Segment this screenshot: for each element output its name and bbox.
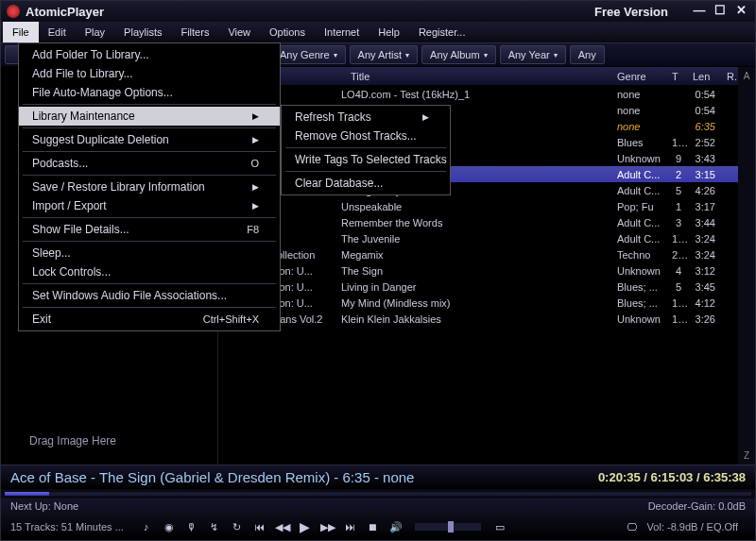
menu-file[interactable]: File [3,22,39,42]
alpha-scrollbar[interactable]: A Z [738,67,755,465]
menu-item[interactable]: Remove Ghost Tracks... [282,127,450,145]
app-window: AtomicPlayer Free Version — ☐ ✕ File Edi… [0,0,756,541]
filter-year[interactable]: Any Year▾ [500,45,566,64]
repeat-icon[interactable]: ↻ [230,519,245,534]
filter-artist[interactable]: Any Artist▾ [350,45,418,64]
col-rating[interactable]: R... [721,71,738,82]
volume-icon[interactable]: 🔊 [388,519,404,534]
menu-item[interactable]: File Auto-Manage Options... [19,83,280,102]
col-track[interactable]: T [666,71,687,82]
table-row[interactable]: Da CapoRemember the WordsAdult C...33:44 [218,214,738,230]
submenu-arrow-icon: ▶ [252,201,259,211]
menu-item[interactable]: Library Maintenance▶ [19,107,280,126]
monitor-icon[interactable]: 🖵 [625,519,640,534]
close-button[interactable]: ✕ [732,5,749,18]
submenu-arrow-icon: ▶ [252,182,259,192]
volume-status: Vol: -8.9dB / EQ.Off [647,521,746,533]
play-button[interactable]: ▶ [298,519,313,534]
menu-internet[interactable]: Internet [315,22,369,42]
file-menu-popup: Add Folder To Library...Add File to Libr… [18,42,281,331]
menu-item[interactable]: Podcasts...O [19,154,280,173]
app-icon [7,5,20,18]
stop-button[interactable]: ⏹ [366,519,381,534]
menu-item[interactable]: Import / Export▶ [19,196,280,215]
now-playing-text: Ace of Base - The Sign (Gabriel & Dresde… [10,469,414,485]
next-up-label: Next Up: None [10,500,78,512]
volume-slider[interactable] [415,523,481,531]
submenu-arrow-icon: ▶ [422,112,429,122]
next-button[interactable]: ⏭ [343,519,358,534]
mic-icon[interactable]: 🎙 [184,519,199,534]
version-label: Free Version [594,5,668,19]
decoder-gain-label: Decoder-Gain: 0.0dB [648,500,746,512]
menu-item[interactable]: Add Folder To Library... [19,45,280,64]
shuffle-icon[interactable]: ↯ [207,519,222,534]
menu-item[interactable]: Write Tags To Selected Tracks [282,150,450,169]
col-length[interactable]: Len [687,71,721,82]
library-maintenance-submenu: Refresh Tracks▶Remove Ghost Tracks...Wri… [281,105,451,195]
titlebar: AtomicPlayer Free Version — ☐ ✕ [1,1,755,22]
eq-icon[interactable]: ▭ [492,519,507,534]
menu-item[interactable]: Clear Database... [282,174,450,193]
menu-help[interactable]: Help [369,22,409,42]
menu-options[interactable]: Options [260,22,315,42]
filter-album[interactable]: Any Album▾ [421,45,496,64]
menu-item[interactable]: Save / Restore Library Information▶ [19,178,280,196]
submenu-arrow-icon: ▶ [252,135,259,144]
progress-bar[interactable] [1,489,755,499]
menubar: File Edit Play Playlists Filters View Op… [1,22,755,42]
menu-view[interactable]: View [218,22,260,42]
table-row[interactable]: Da CapoThe JuvenileAdult C...123:24 [218,230,738,246]
table-header: ▾ Album Title Genre T Len R... [218,67,738,86]
table-row[interactable]: LO4D.com - Test (16kHz)_1none0:54 [218,86,738,102]
menu-filters[interactable]: Filters [171,22,218,42]
alpha-bot: Z [744,450,749,461]
bottom-panel: Next Up: None Decoder-Gain: 0.0dB 15 Tra… [1,499,755,540]
menu-item[interactable]: Add File to Library... [19,64,280,83]
submenu-arrow-icon: ▶ [252,111,259,121]
alpha-top: A [744,71,750,81]
col-genre[interactable]: Genre [611,71,666,82]
menu-item[interactable]: Lock Controls... [19,262,280,281]
track-count-status: 15 Tracks: 51 Minutes ... [10,521,131,533]
minimize-button[interactable]: — [691,5,708,18]
menu-play[interactable]: Play [76,22,114,42]
app-title: AtomicPlayer [26,5,104,19]
menu-item[interactable]: Show File Details...F8 [19,220,280,239]
menu-item[interactable]: Set Windows Audio File Associations... [19,286,280,305]
now-playing-bar: Ace of Base - The Sign (Gabriel & Dresde… [1,465,755,489]
player-controls: 15 Tracks: 51 Minutes ... ♪ ◉ 🎙 ↯ ↻ ⏮ ◀◀… [1,514,755,540]
table-row[interactable]: Happy Nation: U...Living in DangerBlues;… [218,279,738,295]
table-row[interactable]: Happy Nation: U...My Mind (Mindless mix)… [218,295,738,311]
menu-item[interactable]: ExitCtrl+Shift+X [19,310,280,329]
table-row[interactable]: Da CapoUnspeakablePop; Fu13:17 [218,198,738,214]
menu-item[interactable]: Sleep... [19,244,280,262]
menu-playlists[interactable]: Playlists [114,22,171,42]
table-row[interactable]: Trots Afrikaans Vol.2Klein Klein Jakkals… [218,311,738,327]
menu-register[interactable]: Register... [409,22,475,42]
rewind-button[interactable]: ◀◀ [275,519,290,534]
broadcast-icon[interactable]: ◉ [162,519,177,534]
col-title[interactable]: Title [345,71,611,82]
filter-any[interactable]: Any [570,45,605,64]
timer-display: 0:20:35 / 6:15:03 / 6:35:38 [598,470,746,484]
maximize-button[interactable]: ☐ [712,5,729,18]
forward-button[interactable]: ▶▶ [320,519,335,534]
filter-genre[interactable]: Any Genre▾ [271,45,346,64]
menu-edit[interactable]: Edit [39,22,76,42]
table-row[interactable]: De Luxe CollectionMegamixTechno223:24 [218,246,738,262]
note-icon[interactable]: ♪ [139,519,154,534]
prev-button[interactable]: ⏮ [252,519,267,534]
menu-item[interactable]: Suggest Duplicate Deletion▶ [19,130,280,149]
menu-item[interactable]: Refresh Tracks▶ [282,108,450,127]
table-row[interactable]: Happy Nation: U...The SignUnknown43:12 [218,262,738,279]
